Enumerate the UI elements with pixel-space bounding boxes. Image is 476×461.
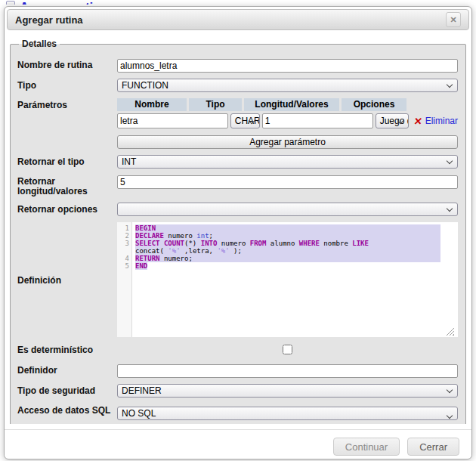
return-type-row: Retornar el tipo INT bbox=[17, 155, 458, 169]
return-length-label: Retornar longitud/valores bbox=[17, 175, 117, 196]
return-type-label: Retornar el tipo bbox=[17, 155, 117, 169]
security-type-label: Tipo de seguridad bbox=[17, 384, 117, 398]
parameters-label: Parámetros bbox=[17, 98, 117, 149]
chevron-down-icon bbox=[447, 206, 453, 212]
param-col-length: Longitud/Valores bbox=[244, 98, 339, 111]
chevron-down-icon bbox=[447, 413, 453, 419]
param-type-select[interactable]: CHAR bbox=[230, 113, 260, 128]
sql-code-editor[interactable]: 12345 BEGINDECLARE numero int;SELECT COU… bbox=[117, 222, 458, 337]
line-number: 2 bbox=[117, 232, 129, 240]
param-col-type: Tipo bbox=[189, 98, 242, 111]
definition-row: Definición 12345 BEGINDECLARE numero int… bbox=[17, 222, 458, 337]
type-row: Tipo FUNCTION bbox=[17, 79, 458, 92]
chevron-down-icon bbox=[447, 82, 453, 88]
type-label: Tipo bbox=[17, 79, 117, 92]
close-button[interactable]: Cerrar bbox=[407, 438, 459, 456]
return-options-row: Retornar opciones bbox=[17, 203, 458, 216]
parameter-row: CHAR Juego de ca ✕ Eliminar bbox=[117, 113, 458, 128]
continue-button[interactable]: Continuar bbox=[333, 438, 400, 456]
return-type-select[interactable]: INT bbox=[117, 155, 458, 169]
dialog-titlebar[interactable]: Agregar rutina ✕ bbox=[7, 9, 469, 30]
code-line: concat( '%' ,letra, '%' ); bbox=[135, 247, 440, 255]
code-line: DECLARE numero int; bbox=[135, 232, 440, 240]
line-number bbox=[117, 247, 129, 255]
parameters-header: Nombre Tipo Longitud/Valores Opciones bbox=[117, 98, 458, 111]
sql-data-access-label: Acceso de datos SQL bbox=[17, 404, 117, 420]
routine-name-label: Nombre de rutina bbox=[17, 58, 117, 73]
delete-param-icon[interactable]: ✕ bbox=[413, 116, 423, 127]
dialog-buttonpane: Continuar Cerrar bbox=[5, 429, 471, 456]
chevron-down-icon bbox=[447, 387, 453, 393]
dialog-title: Agregar rutina bbox=[15, 14, 83, 26]
param-options-select[interactable]: Juego de ca bbox=[376, 113, 409, 128]
code-line: RETURN numero; bbox=[135, 255, 440, 262]
sql-data-access-select[interactable]: NO SQL bbox=[117, 407, 458, 420]
code-line: END bbox=[135, 262, 458, 270]
return-length-input[interactable] bbox=[117, 175, 458, 189]
definition-label: Definición bbox=[17, 274, 117, 286]
return-options-select[interactable] bbox=[117, 203, 458, 216]
return-options-label: Retornar opciones bbox=[17, 203, 117, 216]
param-name-input[interactable] bbox=[117, 113, 228, 128]
deterministic-checkbox[interactable] bbox=[283, 345, 292, 354]
security-type-row: Tipo de seguridad DEFINER bbox=[17, 384, 458, 398]
close-icon[interactable]: ✕ bbox=[446, 12, 461, 27]
definer-label: Definidor bbox=[17, 364, 117, 378]
routine-name-input[interactable] bbox=[117, 59, 458, 73]
return-length-row: Retornar longitud/valores bbox=[17, 175, 458, 196]
details-legend: Detalles bbox=[19, 39, 60, 49]
deterministic-row: Es determinístico bbox=[17, 343, 458, 357]
line-number: 1 bbox=[117, 224, 129, 232]
code-line: SELECT COUNT(*) INTO numero FROM alumno … bbox=[135, 240, 440, 247]
routine-name-row: Nombre de rutina bbox=[17, 58, 458, 73]
security-type-select[interactable]: DEFINER bbox=[117, 384, 458, 398]
parameters-row: Parámetros Nombre Tipo Longitud/Valores … bbox=[17, 98, 458, 149]
chevron-down-icon bbox=[447, 158, 453, 164]
add-routine-link[interactable]: Agregar rutina bbox=[20, 0, 108, 5]
routine-icon bbox=[6, 1, 15, 5]
sql-data-access-row: Acceso de datos SQL NO SQL bbox=[17, 404, 458, 420]
delete-param-link[interactable]: Eliminar bbox=[425, 116, 458, 126]
definer-input[interactable] bbox=[117, 364, 458, 378]
param-col-options: Opciones bbox=[342, 98, 406, 111]
code-gutter: 12345 bbox=[117, 222, 132, 337]
deterministic-label: Es determinístico bbox=[17, 343, 117, 357]
details-fieldset: Detalles Nombre de rutina Tipo FUNCTION bbox=[10, 39, 466, 424]
code-lines[interactable]: BEGINDECLARE numero int;SELECT COUNT(*) … bbox=[132, 222, 458, 337]
definer-row: Definidor bbox=[17, 364, 458, 378]
code-line: BEGIN bbox=[135, 224, 440, 232]
add-routine-dialog: Agregar rutina ✕ Detalles Nombre de ruti… bbox=[4, 6, 472, 459]
line-number: 5 bbox=[117, 262, 129, 270]
param-length-input[interactable] bbox=[262, 113, 373, 128]
param-col-name: Nombre bbox=[117, 98, 187, 111]
dialog-content: Detalles Nombre de rutina Tipo FUNCTION bbox=[5, 32, 471, 424]
background-page-strip: Agregar rutina bbox=[6, 0, 108, 5]
line-number: 3 bbox=[117, 240, 129, 247]
line-number: 4 bbox=[117, 255, 129, 262]
add-parameter-button[interactable]: Agregar parámetro bbox=[117, 135, 458, 149]
type-select[interactable]: FUNCTION bbox=[117, 79, 458, 92]
